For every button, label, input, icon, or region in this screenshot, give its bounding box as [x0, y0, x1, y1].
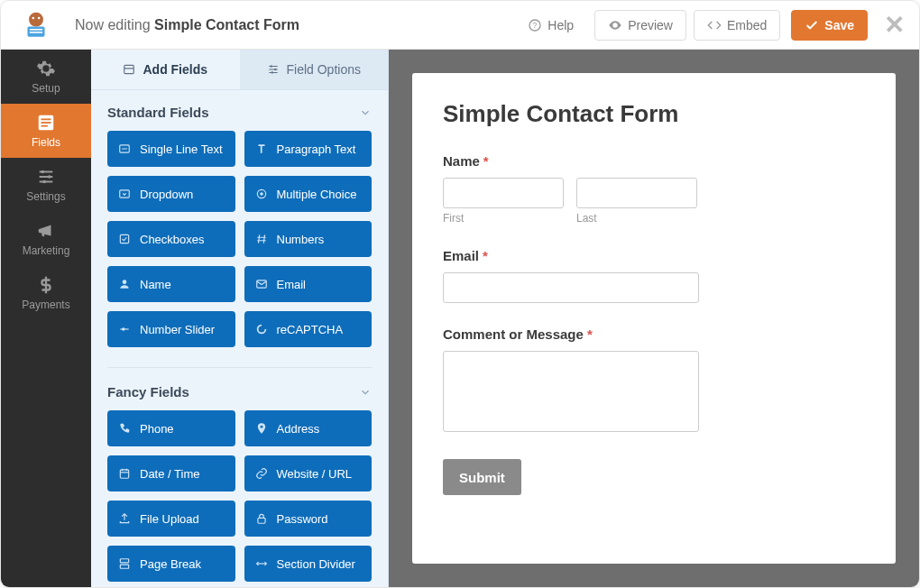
field-chip-label: Date / Time	[140, 467, 199, 481]
recaptcha-icon	[255, 323, 268, 335]
field-chip-label: Website / URL	[277, 467, 353, 481]
nav-payments[interactable]: Payments	[1, 266, 91, 320]
dropdown-icon	[118, 188, 131, 200]
svg-point-19	[271, 71, 272, 73]
required-asterisk: *	[483, 248, 488, 263]
nav-label: Payments	[22, 299, 69, 311]
lock-icon	[255, 512, 268, 525]
field-message-label: Comment or Message*	[443, 326, 865, 342]
field-chip-single-line-text[interactable]: Single Line Text	[107, 131, 235, 167]
checkbox-icon	[118, 233, 131, 245]
tab-add-fields[interactable]: Add Fields	[91, 50, 240, 89]
field-chip-page-break[interactable]: Page Break	[107, 546, 235, 582]
chevron-down-icon	[359, 386, 372, 399]
svg-point-24	[260, 192, 263, 196]
required-asterisk: *	[587, 326, 593, 342]
field-chip-email[interactable]: Email	[244, 266, 373, 302]
eye-icon	[608, 18, 622, 32]
field-chip-label: Page Break	[140, 557, 201, 571]
first-name-input[interactable]	[443, 178, 564, 208]
svg-point-2	[38, 16, 41, 19]
editing-form-name: Simple Contact Form	[154, 17, 299, 32]
dollar-icon	[36, 275, 56, 295]
field-chip-recaptcha[interactable]: reCAPTCHA	[244, 311, 373, 347]
svg-point-1	[32, 16, 35, 19]
close-button[interactable]: ✕	[884, 10, 905, 40]
svg-rect-11	[41, 125, 48, 127]
field-chip-name[interactable]: Name	[107, 266, 235, 302]
tab-add-fields-label: Add Fields	[143, 62, 207, 77]
field-chip-phone[interactable]: Phone	[107, 410, 235, 446]
svg-rect-5	[30, 32, 42, 33]
svg-point-14	[42, 180, 46, 184]
field-chip-label: Numbers	[277, 233, 325, 246]
email-input[interactable]	[443, 272, 699, 303]
help-button[interactable]: ? Help	[514, 10, 587, 41]
nav-label: Settings	[26, 190, 65, 203]
field-chip-label: Password	[277, 512, 328, 526]
link-icon	[255, 467, 268, 480]
field-group-header[interactable]: Standard Fields	[107, 96, 372, 127]
svg-point-30	[260, 426, 262, 428]
topbar: Now editing Simple Contact Form ? Help P…	[1, 1, 919, 50]
message-textarea[interactable]	[443, 351, 699, 432]
paragraph-icon	[255, 142, 268, 155]
slider-icon	[118, 323, 131, 335]
last-name-sublabel: Last	[576, 212, 697, 225]
help-icon: ?	[528, 18, 542, 32]
nav-marketing[interactable]: Marketing	[1, 212, 91, 266]
field-group-header[interactable]: Fancy Fields	[107, 375, 372, 407]
last-name-input[interactable]	[576, 178, 697, 208]
preview-label: Preview	[628, 18, 673, 32]
svg-point-18	[274, 69, 276, 70]
svg-rect-25	[120, 234, 128, 243]
field-chip-website-url[interactable]: Website / URL	[244, 455, 373, 492]
preview-button[interactable]: Preview	[594, 10, 686, 41]
nav-setup[interactable]: Setup	[1, 50, 91, 104]
tab-field-options[interactable]: Field Options	[240, 50, 389, 89]
svg-point-17	[270, 65, 271, 67]
form-canvas[interactable]: Simple Contact Form Name* First Last	[412, 73, 896, 564]
bullhorn-icon	[36, 221, 56, 241]
field-chip-address[interactable]: Address	[244, 410, 373, 446]
field-chip-number-slider[interactable]: Number Slider	[107, 311, 235, 347]
field-chip-password[interactable]: Password	[244, 501, 373, 537]
field-chip-date-time[interactable]: Date / Time	[107, 455, 235, 492]
field-chip-paragraph-text[interactable]: Paragraph Text	[244, 131, 373, 167]
page-break-icon	[118, 557, 131, 570]
submit-button[interactable]: Submit	[443, 459, 521, 495]
field-chip-label: File Upload	[140, 512, 199, 526]
group-divider	[107, 367, 372, 368]
field-grid: PhoneAddressDate / TimeWebsite / URLFile…	[107, 407, 372, 587]
field-chip-multiple-choice[interactable]: Multiple Choice	[244, 176, 373, 212]
field-name[interactable]: Name* First Last	[443, 153, 865, 225]
code-icon	[707, 18, 722, 32]
pin-icon	[255, 422, 268, 435]
nav-fields[interactable]: Fields	[1, 104, 91, 158]
panel-scroll[interactable]: Standard FieldsSingle Line TextParagraph…	[91, 90, 388, 587]
nav-label: Setup	[32, 82, 60, 95]
field-chip-numbers[interactable]: Numbers	[244, 221, 373, 257]
field-group-title: Fancy Fields	[107, 384, 189, 400]
field-chip-dropdown[interactable]: Dropdown	[107, 176, 235, 212]
field-chip-file-upload[interactable]: File Upload	[107, 501, 235, 537]
field-email[interactable]: Email*	[443, 248, 865, 303]
field-group: Standard FieldsSingle Line TextParagraph…	[91, 90, 388, 365]
field-chip-checkboxes[interactable]: Checkboxes	[107, 221, 235, 257]
field-chip-label: Phone	[140, 422, 174, 436]
svg-point-0	[29, 12, 43, 26]
field-message[interactable]: Comment or Message*	[443, 326, 865, 436]
nav-label: Marketing	[23, 244, 70, 257]
text-icon	[118, 142, 131, 155]
svg-rect-9	[41, 118, 51, 120]
embed-label: Embed	[727, 18, 767, 32]
help-label: Help	[547, 18, 574, 32]
field-group-title: Standard Fields	[107, 105, 209, 120]
save-button[interactable]: Save	[791, 10, 868, 41]
field-chip-section-divider[interactable]: Section Divider	[244, 546, 373, 582]
divider-icon	[255, 557, 268, 570]
panel-tabs: Add Fields Field Options	[91, 50, 388, 90]
nav-settings[interactable]: Settings	[1, 158, 91, 212]
embed-button[interactable]: Embed	[694, 10, 780, 41]
sliders-icon	[267, 63, 280, 76]
